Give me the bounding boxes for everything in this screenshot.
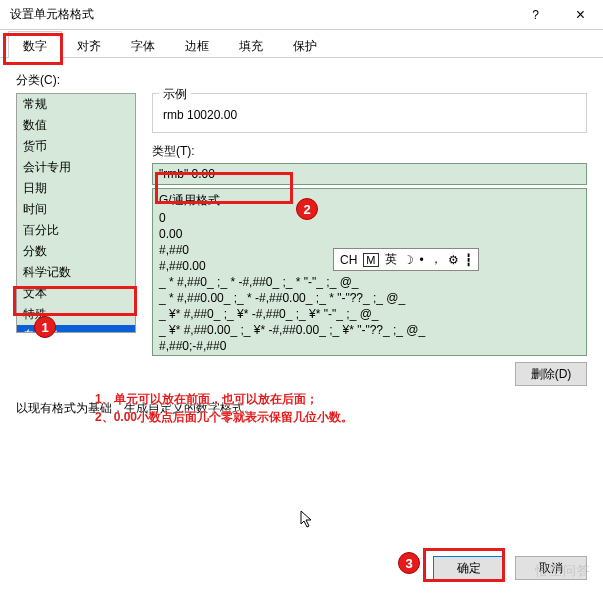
ime-dot-icon: •	[420, 253, 424, 267]
category-item[interactable]: 时间	[17, 199, 135, 220]
format-item[interactable]: _ ¥* #,##0.00_ ;_ ¥* -#,##0.00_ ;_ ¥* "-…	[153, 322, 586, 338]
category-item[interactable]: 科学记数	[17, 262, 135, 283]
ime-gear-icon: ⚙	[448, 253, 459, 267]
ime-moon-icon: ☽	[403, 253, 414, 267]
help-button[interactable]: ?	[513, 0, 558, 30]
tab-border[interactable]: 边框	[170, 31, 224, 58]
sample-label: 示例	[159, 86, 191, 103]
category-item[interactable]: 会计专用	[17, 157, 135, 178]
format-item[interactable]: 0	[153, 210, 586, 226]
format-item[interactable]: #,##0;-#,##0	[153, 338, 586, 354]
annotation-line-1: 1、单元可以放在前面，也可以放在后面；	[95, 390, 353, 408]
format-item[interactable]: _ ¥* #,##0_ ;_ ¥* -#,##0_ ;_ ¥* "-"_ ;_ …	[153, 306, 586, 322]
category-item[interactable]: 百分比	[17, 220, 135, 241]
help-icon: ?	[532, 8, 539, 22]
ime-m: M	[363, 253, 378, 267]
ime-lang: 英	[385, 251, 397, 268]
tab-protect[interactable]: 保护	[278, 31, 332, 58]
category-item[interactable]: 数值	[17, 115, 135, 136]
window-title: 设置单元格格式	[10, 6, 513, 23]
category-label: 分类(C):	[16, 72, 587, 89]
type-input[interactable]	[152, 163, 587, 185]
format-list[interactable]: G/通用格式00.00#,##0#,##0.00_ * #,##0_ ;_ * …	[152, 188, 587, 356]
format-item[interactable]: 0.00	[153, 226, 586, 242]
watermark: 悟空问答	[535, 562, 591, 580]
ime-more-icon: ┇	[465, 253, 472, 267]
ime-toolbar[interactable]: CH M 英 ☽ • ， ⚙ ┇	[333, 248, 479, 271]
annotation-badge-2: 2	[296, 198, 318, 220]
category-list[interactable]: 常规数值货币会计专用日期时间百分比分数科学记数文本特殊自定义	[16, 93, 136, 333]
annotation-line-2: 2、0.00小数点后面几个零就表示保留几位小数。	[95, 408, 353, 426]
format-item[interactable]: #,##0;[红色]-#,##0	[153, 354, 586, 356]
annotation-text: 1、单元可以放在前面，也可以放在后面； 2、0.00小数点后面几个零就表示保留几…	[95, 390, 353, 426]
format-item[interactable]: _ * #,##0_ ;_ * -#,##0_ ;_ * "-"_ ;_ @_	[153, 274, 586, 290]
tab-bar: 数字 对齐 字体 边框 填充 保护	[0, 30, 603, 58]
sample-value: rmb 10020.00	[163, 102, 576, 124]
category-item[interactable]: 货币	[17, 136, 135, 157]
format-item[interactable]: _ * #,##0.00_ ;_ * -#,##0.00_ ;_ * "-"??…	[153, 290, 586, 306]
format-item[interactable]: G/通用格式	[153, 191, 586, 210]
tab-number[interactable]: 数字	[8, 31, 62, 58]
cursor-icon	[300, 510, 314, 528]
tab-font[interactable]: 字体	[116, 31, 170, 58]
category-item[interactable]: 分数	[17, 241, 135, 262]
category-item[interactable]: 日期	[17, 178, 135, 199]
close-button[interactable]: ×	[558, 0, 603, 30]
ime-comma-icon: ，	[430, 251, 442, 268]
delete-button[interactable]: 删除(D)	[515, 362, 587, 386]
category-item[interactable]: 文本	[17, 283, 135, 304]
annotation-badge-3: 3	[398, 552, 420, 574]
type-label: 类型(T):	[152, 143, 587, 160]
close-icon: ×	[576, 6, 585, 24]
category-item[interactable]: 常规	[17, 94, 135, 115]
annotation-badge-1: 1	[34, 316, 56, 338]
tab-align[interactable]: 对齐	[62, 31, 116, 58]
ime-ch: CH	[340, 253, 357, 267]
sample-box: 示例 rmb 10020.00	[152, 93, 587, 133]
ok-button[interactable]: 确定	[433, 556, 505, 580]
tab-fill[interactable]: 填充	[224, 31, 278, 58]
